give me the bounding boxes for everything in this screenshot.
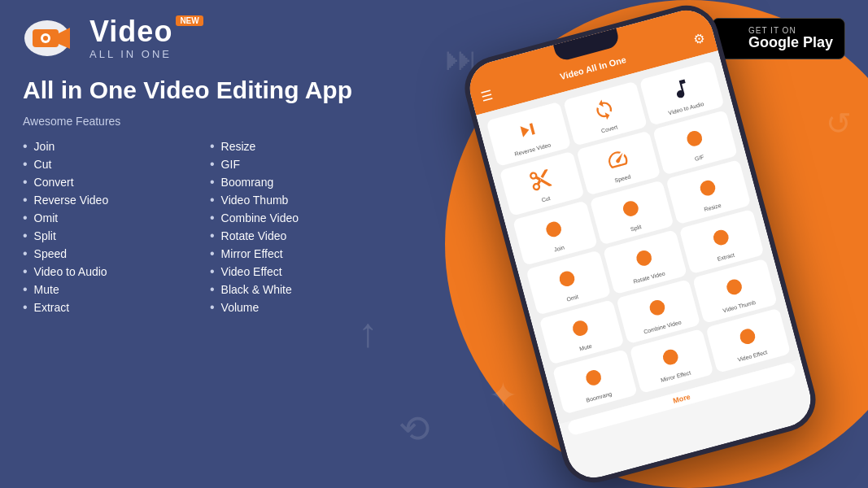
features-label: Awesome Features bbox=[23, 115, 381, 128]
svg-point-14 bbox=[648, 298, 667, 317]
phone-feature-label: Speed bbox=[614, 173, 631, 183]
phone-feature-label: Join bbox=[553, 244, 565, 252]
google-play-text: GET IT ON Google Play bbox=[748, 26, 833, 51]
svg-point-17 bbox=[661, 348, 680, 367]
phone-feature-label: Omit bbox=[566, 294, 579, 303]
bullet-icon: • bbox=[23, 301, 28, 314]
phone-feature-label: Resize bbox=[704, 203, 722, 212]
feature-item: •Reverse Video bbox=[23, 191, 194, 209]
phone-feature-icon bbox=[576, 359, 612, 395]
bullet-icon: • bbox=[23, 247, 28, 260]
left-panel: Video NEW ALL IN ONE All in One Video Ed… bbox=[23, 16, 381, 316]
phone-feature-icon bbox=[613, 190, 648, 226]
feature-item: •Black & White bbox=[210, 281, 381, 298]
features-grid: •Join•Cut•Convert•Reverse Video•Omit•Spl… bbox=[23, 137, 381, 316]
bullet-icon: • bbox=[23, 283, 28, 296]
deco-undo-icon: ↺ bbox=[826, 106, 852, 142]
feature-item: •Extract bbox=[23, 298, 194, 316]
feature-item: •Volume bbox=[210, 298, 381, 316]
bullet-icon: • bbox=[210, 176, 215, 189]
svg-point-4 bbox=[43, 36, 48, 41]
features-col1: •Join•Cut•Convert•Reverse Video•Omit•Spl… bbox=[23, 137, 194, 316]
phone-feature-icon bbox=[600, 142, 635, 177]
phone-feature-icon bbox=[523, 162, 559, 198]
bullet-icon: • bbox=[210, 283, 215, 296]
logo-area: Video NEW ALL IN ONE bbox=[23, 16, 381, 61]
svg-point-15 bbox=[725, 278, 744, 297]
phone-feature-icon bbox=[536, 211, 572, 247]
phone-feature-label: GIF bbox=[694, 154, 704, 162]
svg-point-9 bbox=[698, 179, 717, 198]
svg-point-8 bbox=[622, 199, 640, 218]
phone-feature-icon bbox=[676, 120, 712, 156]
bullet-icon: • bbox=[23, 158, 28, 171]
feature-item: •Omit bbox=[23, 209, 194, 227]
app-name: Video bbox=[89, 17, 172, 46]
google-play-icon: ▶ bbox=[724, 25, 742, 52]
app-logo bbox=[23, 16, 80, 61]
feature-item: •Mute bbox=[23, 281, 194, 298]
feature-item: •Video Effect bbox=[210, 263, 381, 281]
phone-feature-icon bbox=[587, 92, 622, 128]
phone-feature-icon bbox=[639, 290, 675, 325]
bullet-icon: • bbox=[23, 229, 28, 242]
phone-feature-icon bbox=[663, 72, 699, 107]
feature-item: •Convert bbox=[23, 173, 194, 191]
bullet-icon: • bbox=[23, 194, 28, 207]
svg-point-6 bbox=[685, 129, 704, 148]
svg-point-11 bbox=[635, 249, 653, 268]
bullet-icon: • bbox=[23, 211, 28, 224]
features-col2: •Resize•GIF•Boomrang•Video Thumb•Combine… bbox=[210, 137, 381, 316]
logo-text: Video NEW ALL IN ONE bbox=[89, 17, 203, 60]
feature-item: •Split bbox=[23, 227, 194, 245]
feature-item: •Join bbox=[23, 137, 194, 155]
bullet-icon: • bbox=[210, 140, 215, 153]
bullet-icon: • bbox=[23, 140, 28, 153]
phone-settings-icon: ⚙ bbox=[691, 30, 706, 48]
svg-point-7 bbox=[545, 220, 564, 238]
svg-point-13 bbox=[571, 319, 590, 338]
feature-item: •Combine Video bbox=[210, 209, 381, 227]
bullet-icon: • bbox=[210, 158, 215, 171]
google-play-badge[interactable]: ▶ GET IT ON Google Play bbox=[712, 18, 845, 59]
feature-item: •Speed bbox=[23, 245, 194, 263]
feature-item: •Video to Audio bbox=[23, 263, 194, 281]
phone-back-icon: ☰ bbox=[479, 87, 494, 105]
app-tagline: ALL IN ONE bbox=[89, 48, 203, 60]
new-badge: NEW bbox=[176, 15, 203, 26]
phone-feature-icon bbox=[690, 170, 726, 206]
bullet-icon: • bbox=[210, 301, 215, 314]
feature-item: •Rotate Video bbox=[210, 227, 381, 245]
svg-rect-5 bbox=[530, 123, 535, 134]
bullet-icon: • bbox=[23, 176, 28, 189]
feature-item: •Resize bbox=[210, 137, 381, 155]
deco-loop-icon: ⟲ bbox=[399, 407, 430, 451]
phone-feature-icon bbox=[509, 112, 545, 148]
phone-feature-icon bbox=[626, 240, 662, 276]
svg-point-10 bbox=[558, 269, 577, 288]
svg-point-12 bbox=[712, 229, 731, 247]
svg-point-16 bbox=[584, 368, 603, 387]
phone-feature-icon bbox=[652, 339, 688, 375]
phone-feature-icon bbox=[703, 220, 739, 255]
bullet-icon: • bbox=[23, 265, 28, 278]
phone-feature-label: Mute bbox=[579, 343, 593, 352]
bullet-icon: • bbox=[210, 265, 215, 278]
phone-feature-label: Covert bbox=[600, 124, 618, 133]
phone-feature-label: Split bbox=[630, 224, 642, 232]
phone-feature-label: Cut bbox=[541, 195, 551, 203]
phone-feature-icon bbox=[563, 310, 599, 346]
svg-point-18 bbox=[738, 327, 757, 346]
phone-feature-label: Extract bbox=[717, 252, 735, 262]
bullet-icon: • bbox=[210, 194, 215, 207]
deco-wand-icon: ✦ bbox=[488, 374, 518, 416]
phone-feature-icon bbox=[549, 261, 585, 297]
feature-item: •Cut bbox=[23, 155, 194, 173]
feature-item: •Video Thumb bbox=[210, 191, 381, 209]
feature-item: •GIF bbox=[210, 155, 381, 173]
feature-item: •Mirror Effect bbox=[210, 245, 381, 263]
bullet-icon: • bbox=[210, 211, 215, 224]
phone-feature-icon bbox=[716, 269, 752, 305]
feature-item: •Boomrang bbox=[210, 173, 381, 191]
main-heading: All in One Video Editing App bbox=[23, 76, 381, 105]
